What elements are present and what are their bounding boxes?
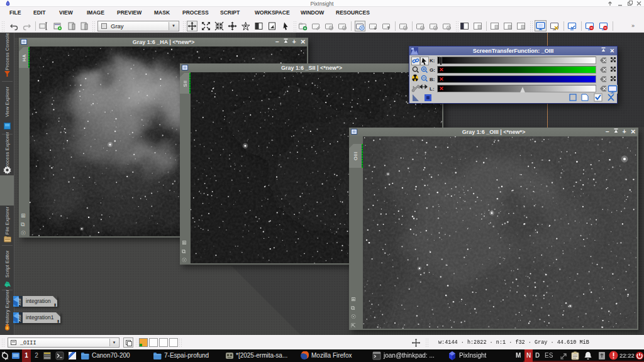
svg-text:XISF: XISF bbox=[18, 314, 21, 322]
svg-text:XISF: XISF bbox=[18, 297, 21, 305]
